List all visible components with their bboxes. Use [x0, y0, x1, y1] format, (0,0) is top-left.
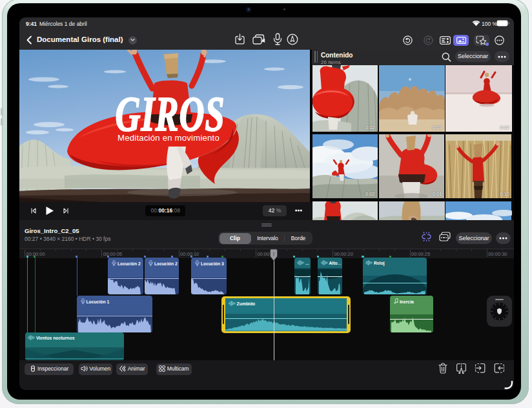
svg-text:Meditación en movimiento: Meditación en movimiento: [118, 133, 220, 143]
